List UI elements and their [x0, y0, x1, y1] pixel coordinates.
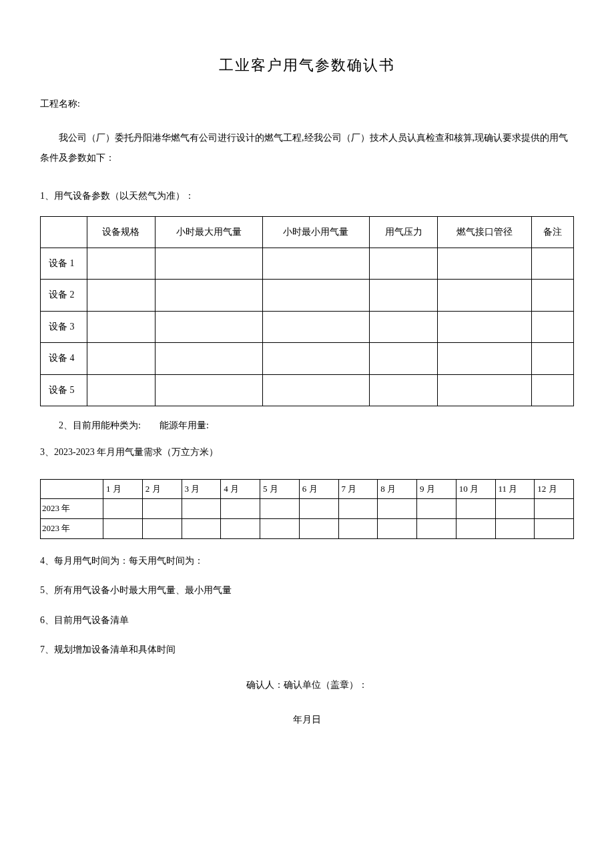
- section-2-label: 2、目前用能种类为: 能源年用量:: [40, 418, 574, 433]
- equipment-cell: [532, 280, 574, 311]
- monthly-cell: [417, 519, 456, 539]
- monthly-table-header-row: 1 月2 月3 月4 月5 月6 月7 月8 月9 月10 月11 月12 月: [41, 479, 574, 499]
- monthly-cell: [456, 499, 495, 519]
- section-5-label: 5、所有用气设备小时最大用气量、最小用气量: [40, 583, 574, 598]
- section-4-label: 4、每月用气时间为：每天用气时间为：: [40, 554, 574, 568]
- section-1-label: 1、用气设备参数（以天然气为准）：: [40, 189, 574, 203]
- equipment-cell: [155, 280, 262, 311]
- equipment-cell: [370, 311, 438, 342]
- equipment-cell: [87, 280, 156, 311]
- monthly-header-cell: 10 月: [456, 479, 495, 499]
- monthly-header-cell: 8 月: [378, 479, 417, 499]
- equipment-cell: [155, 343, 262, 374]
- monthly-cell: [338, 499, 378, 519]
- equipment-cell: [370, 374, 438, 406]
- monthly-cell: [299, 519, 338, 539]
- equipment-table: 设备规格 小时最大用气量 小时最小用气量 用气压力 燃气接口管径 备注 设备 1…: [40, 216, 574, 406]
- equipment-cell: [438, 374, 532, 406]
- equipment-cell: [532, 343, 574, 374]
- equipment-cell: [262, 311, 370, 342]
- equipment-cell: [532, 311, 574, 342]
- monthly-cell: [221, 519, 260, 539]
- equipment-cell: [370, 343, 438, 374]
- monthly-header-cell: 2 月: [142, 479, 182, 499]
- document-title: 工业客户用气参数确认书: [40, 53, 574, 77]
- equipment-row-label: 设备 2: [41, 280, 87, 311]
- equipment-row-label: 设备 3: [41, 311, 87, 342]
- monthly-cell: [495, 499, 535, 519]
- monthly-cell: [338, 519, 378, 539]
- equipment-cell: [262, 374, 370, 406]
- monthly-header-cell: 9 月: [417, 479, 456, 499]
- table-row: 设备 5: [41, 374, 574, 406]
- equipment-row-label: 设备 4: [41, 343, 87, 374]
- monthly-cell: [221, 499, 260, 519]
- equipment-cell: [438, 311, 532, 342]
- equipment-cell: [438, 343, 532, 374]
- equipment-cell: [155, 248, 262, 279]
- equipment-table-body: 设备 1设备 2设备 3设备 4设备 5: [41, 248, 574, 406]
- monthly-cell: [260, 519, 300, 539]
- equipment-cell: [438, 280, 532, 311]
- section-7-label: 7、规划增加设备清单和具体时间: [40, 642, 574, 657]
- equipment-header-min: 小时最小用气量: [262, 216, 370, 248]
- table-row: 设备 2: [41, 280, 574, 311]
- equipment-cell: [262, 343, 370, 374]
- equipment-cell: [532, 248, 574, 279]
- monthly-header-cell: 7 月: [338, 479, 378, 499]
- monthly-row-label: 2023 年: [41, 519, 103, 539]
- equipment-header-max: 小时最大用气量: [155, 216, 262, 248]
- monthly-cell: [535, 499, 574, 519]
- equipment-header-blank: [41, 216, 87, 248]
- monthly-cell: [260, 499, 300, 519]
- monthly-cell: [378, 499, 417, 519]
- equipment-header-spec: 设备规格: [87, 216, 156, 248]
- monthly-header-cell: 11 月: [495, 479, 535, 499]
- lower-sections: 4、每月用气时间为：每天用气时间为： 5、所有用气设备小时最大用气量、最小用气量…: [40, 554, 574, 658]
- equipment-header-remark: 备注: [532, 216, 574, 248]
- monthly-cell: [142, 519, 182, 539]
- monthly-row-label: 2023 年: [41, 499, 103, 519]
- equipment-cell: [262, 280, 370, 311]
- table-row: 2023 年: [41, 499, 574, 519]
- equipment-header-pipe: 燃气接口管径: [438, 216, 532, 248]
- monthly-table: 1 月2 月3 月4 月5 月6 月7 月8 月9 月10 月11 月12 月 …: [40, 479, 574, 539]
- equipment-row-label: 设备 5: [41, 374, 87, 406]
- equipment-cell: [87, 374, 156, 406]
- monthly-header-cell: [41, 479, 103, 499]
- intro-paragraph: 我公司（厂）委托丹阳港华燃气有公司进行设计的燃气工程,经我公司（厂）技术人员认真…: [40, 128, 574, 169]
- monthly-cell: [182, 499, 221, 519]
- monthly-cell: [417, 499, 456, 519]
- equipment-header-pressure: 用气压力: [370, 216, 438, 248]
- section-6-label: 6、目前用气设备清单: [40, 613, 574, 628]
- section-3-label: 3、2023-2023 年月用气量需求（万立方米）: [40, 445, 574, 460]
- equipment-cell: [370, 280, 438, 311]
- monthly-cell: [456, 519, 495, 539]
- confirm-line: 确认人：确认单位（盖章）：: [40, 678, 574, 693]
- project-name-label: 工程名称:: [40, 97, 574, 111]
- equipment-cell: [262, 248, 370, 279]
- monthly-header-cell: 5 月: [260, 479, 300, 499]
- equipment-cell: [155, 311, 262, 342]
- monthly-header-cell: 4 月: [221, 479, 260, 499]
- equipment-cell: [87, 311, 156, 342]
- equipment-cell: [87, 248, 156, 279]
- monthly-cell: [103, 519, 143, 539]
- monthly-cell: [103, 499, 143, 519]
- monthly-header-cell: 12 月: [535, 479, 574, 499]
- monthly-cell: [378, 519, 417, 539]
- equipment-cell: [438, 248, 532, 279]
- equipment-cell: [532, 374, 574, 406]
- monthly-header-cell: 6 月: [299, 479, 338, 499]
- table-row: 设备 1: [41, 248, 574, 279]
- table-row: 设备 4: [41, 343, 574, 374]
- table-row: 设备 3: [41, 311, 574, 342]
- equipment-cell: [370, 248, 438, 279]
- monthly-cell: [495, 519, 535, 539]
- monthly-header-cell: 1 月: [103, 479, 143, 499]
- equipment-cell: [87, 343, 156, 374]
- equipment-row-label: 设备 1: [41, 248, 87, 279]
- monthly-cell: [182, 519, 221, 539]
- monthly-table-body: 2023 年2023 年: [41, 499, 574, 539]
- monthly-header-cell: 3 月: [182, 479, 221, 499]
